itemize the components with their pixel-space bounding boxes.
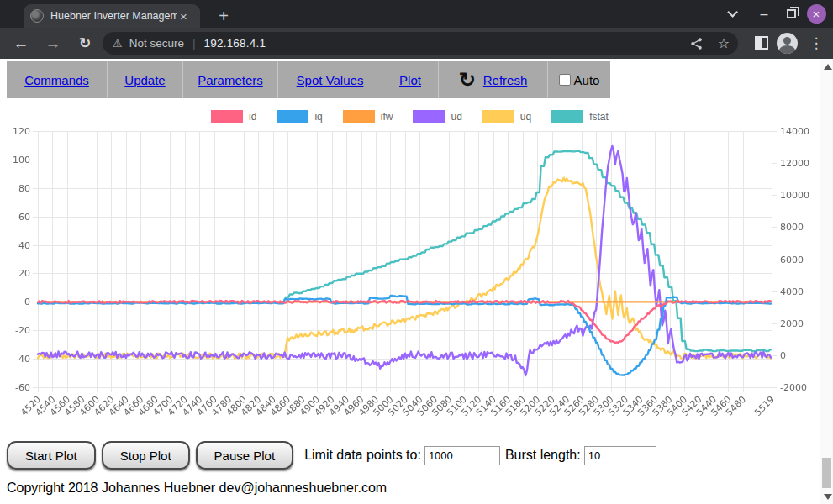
bookmark-star-icon[interactable]: ☆ [718,35,730,51]
nav-cell: Spot Values [278,61,382,98]
back-button[interactable]: ← [8,28,34,59]
nav-link-plot[interactable]: Plot [399,73,421,87]
scrollbar-thumb[interactable] [822,458,831,488]
nav-link-commands[interactable]: Commands [24,73,89,87]
nav-cell: Auto [548,61,610,98]
legend-label: fstat [589,111,609,123]
window-close-button[interactable]: × [804,0,829,28]
nav-link-update[interactable]: Update [124,73,165,87]
browser-toolbar: ← → ↻ ⚠ Not secure | 192.168.4.1 ☆ ⋮ [0,28,833,59]
legend-swatch-ifw [343,110,375,123]
url-text[interactable]: 192.168.4.1 [204,37,266,50]
legend-label: ud [451,111,461,123]
page-content: Commands Update Parameters Spot Values P… [0,59,833,504]
legend-item-ud[interactable]: ud [413,110,461,123]
nav-cell: Commands [7,61,108,98]
share-icon[interactable] [690,37,703,50]
titlebar: Huebner Inverter Managemen × + – × [0,0,833,28]
legend-label: id [249,111,256,123]
legend-label: uq [520,111,531,123]
stop-plot-button[interactable]: Stop Plot [102,441,190,470]
nav-cell: Update [108,61,183,98]
plot-canvas[interactable] [0,123,820,435]
legend-swatch-uq [482,110,514,123]
legend-label: iq [314,111,322,123]
browser-menu-icon[interactable]: ⋮ [805,28,827,59]
address-separator: | [192,37,196,50]
auto-checkbox-label: Auto [574,73,600,87]
legend-swatch-ud [413,110,445,123]
window-maximize-button[interactable] [780,0,802,28]
plot-controls: Start Plot Stop Plot Pause Plot Limit da… [0,440,807,470]
close-icon: × [807,4,826,24]
legend-item-iq[interactable]: iq [277,110,322,123]
chart-legend: idiqifwuduqfstat [0,110,820,123]
auto-checkbox[interactable] [559,74,571,86]
nav-link-parameters[interactable]: Parameters [198,73,263,87]
legend-item-fstat[interactable]: fstat [551,110,609,123]
burst-length-label: Burst length: [505,448,581,463]
legend-item-uq[interactable]: uq [482,110,531,123]
browser-tab[interactable]: Huebner Inverter Managemen × [24,4,200,28]
scrollbar-down-arrow[interactable] [824,494,832,500]
start-plot-button[interactable]: Start Plot [7,441,96,470]
legend-item-id[interactable]: id [211,110,256,123]
limit-points-label: Limit data points to: [304,448,421,463]
tab-close-icon[interactable]: × [180,9,187,24]
limit-points-input[interactable] [424,446,500,465]
nav-cell: ↻ Refresh [439,61,548,98]
burst-length-input[interactable] [584,446,656,465]
forward-button[interactable]: → [40,28,66,59]
reload-button[interactable]: ↻ [72,28,98,59]
side-panel-icon[interactable] [755,36,768,50]
nav-cell: Plot [382,61,439,98]
legend-swatch-id [211,110,243,123]
legend-swatch-fstat [551,110,583,123]
nav-link-spot-values[interactable]: Spot Values [297,73,364,87]
legend-item-ifw[interactable]: ifw [343,110,393,123]
copyright-text: Copyright 2018 Johannes Huebner dev@joha… [7,480,387,496]
pause-plot-button[interactable]: Pause Plot [196,441,294,470]
browser-window: Huebner Inverter Managemen × + – × ← → ↻… [0,0,833,504]
scrollbar-up-arrow[interactable] [824,64,832,70]
nav-cell: Parameters [183,61,278,98]
refresh-icon[interactable]: ↻ [459,70,476,90]
address-bar[interactable]: ⚠ Not secure | 192.168.4.1 ☆ [103,32,738,55]
nav-bar: Commands Update Parameters Spot Values P… [7,61,610,98]
legend-label: ifw [381,111,393,123]
profile-avatar[interactable] [777,33,798,54]
legend-swatch-iq [277,110,308,123]
window-minimize-button[interactable]: – [753,0,775,28]
tab-search-chevron-icon[interactable] [720,0,741,28]
tab-title: Huebner Inverter Managemen [50,10,177,22]
nav-link-refresh[interactable]: Refresh [483,73,528,87]
not-secure-label[interactable]: Not secure [129,37,184,50]
new-tab-button[interactable]: + [214,7,234,27]
not-secure-warning-icon: ⚠ [113,37,123,50]
tab-favicon [30,9,44,23]
page-scrollbar[interactable] [820,59,833,504]
